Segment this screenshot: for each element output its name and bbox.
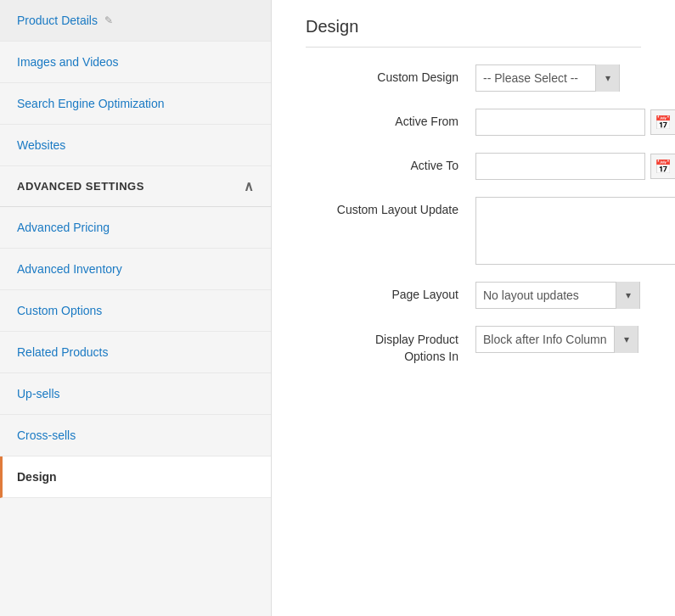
sidebar-item-product-details[interactable]: Product Details ✎	[0, 0, 271, 42]
page-layout-select[interactable]: No layout updates Empty 1 column 2 colum…	[476, 283, 616, 308]
sidebar-item-label: Images and Videos	[17, 55, 119, 69]
sidebar-item-label: Up-sells	[17, 387, 60, 400]
active-to-calendar-btn[interactable]: 📅	[650, 154, 675, 179]
sidebar-item-label: Advanced Inventory	[17, 262, 122, 276]
main-content: Design Custom Design -- Please Select --…	[272, 0, 675, 616]
custom-layout-update-control	[475, 197, 675, 265]
sidebar-item-websites[interactable]: Websites	[0, 125, 271, 166]
custom-design-label: Custom Design	[306, 64, 458, 84]
active-to-row: Active To 📅	[306, 153, 641, 180]
custom-design-control: -- Please Select -- ▾	[475, 64, 641, 92]
chevron-down-icon: ▾	[626, 289, 631, 301]
custom-design-select[interactable]: -- Please Select --	[476, 65, 595, 91]
active-to-input[interactable]	[475, 153, 645, 180]
edit-icon: ✎	[104, 14, 113, 26]
page-layout-control: No layout updates Empty 1 column 2 colum…	[475, 282, 641, 309]
sidebar-item-cross-sells[interactable]: Cross-sells	[0, 415, 271, 456]
sidebar-item-label: Product Details	[17, 14, 98, 27]
sidebar: Product Details ✎ Images and Videos Sear…	[0, 0, 272, 616]
calendar-icon: 📅	[655, 115, 672, 131]
chevron-up-icon: ∧	[244, 178, 255, 194]
page-layout-label: Page Layout	[306, 282, 458, 301]
sidebar-item-custom-options[interactable]: Custom Options	[0, 290, 271, 332]
sidebar-item-label: Design	[17, 470, 57, 484]
chevron-down-icon: ▾	[624, 333, 629, 345]
custom-design-row: Custom Design -- Please Select -- ▾	[306, 64, 641, 92]
active-to-control: 📅	[475, 153, 675, 180]
sidebar-item-seo[interactable]: Search Engine Optimization	[0, 83, 271, 125]
custom-layout-update-row: Custom Layout Update	[306, 197, 641, 265]
active-from-control: 📅	[475, 109, 675, 136]
sidebar-item-advanced-pricing[interactable]: Advanced Pricing	[0, 207, 271, 249]
page-layout-dropdown-btn[interactable]: ▾	[616, 282, 639, 309]
display-product-options-select-wrapper[interactable]: Block after Info Column Tab ▾	[475, 326, 638, 353]
custom-design-dropdown-btn[interactable]: ▾	[595, 64, 619, 92]
advanced-settings-title: ADVANCED SETTINGS	[17, 180, 144, 193]
custom-design-select-wrapper[interactable]: -- Please Select -- ▾	[475, 64, 620, 92]
sidebar-item-label: Custom Options	[17, 304, 102, 317]
page-layout-select-wrapper[interactable]: No layout updates Empty 1 column 2 colum…	[475, 282, 640, 309]
active-from-row: Active From 📅	[306, 109, 641, 136]
sidebar-item-label: Cross-sells	[17, 428, 76, 442]
custom-layout-update-textarea[interactable]	[475, 197, 675, 265]
sidebar-item-up-sells[interactable]: Up-sells	[0, 373, 271, 415]
display-product-options-dropdown-btn[interactable]: ▾	[614, 326, 638, 353]
display-product-options-label: Display ProductOptions In	[306, 326, 458, 365]
sidebar-item-label: Websites	[17, 138, 65, 152]
advanced-settings-header[interactable]: ADVANCED SETTINGS ∧	[0, 166, 271, 207]
page-title: Design	[306, 17, 641, 48]
display-product-options-select[interactable]: Block after Info Column Tab	[476, 327, 614, 352]
custom-layout-update-label: Custom Layout Update	[306, 197, 458, 216]
sidebar-item-label: Advanced Pricing	[17, 221, 110, 234]
calendar-icon: 📅	[655, 159, 672, 175]
sidebar-item-advanced-inventory[interactable]: Advanced Inventory	[0, 249, 271, 290]
sidebar-item-images-videos[interactable]: Images and Videos	[0, 42, 271, 83]
page-layout-row: Page Layout No layout updates Empty 1 co…	[306, 282, 641, 309]
display-product-options-row: Display ProductOptions In Block after In…	[306, 326, 641, 365]
active-to-label: Active To	[306, 153, 458, 172]
active-from-input[interactable]	[475, 109, 645, 136]
sidebar-item-label: Search Engine Optimization	[17, 97, 165, 110]
chevron-down-icon: ▾	[605, 72, 610, 84]
sidebar-item-related-products[interactable]: Related Products	[0, 332, 271, 373]
design-form: Custom Design -- Please Select -- ▾ Acti…	[306, 64, 641, 365]
sidebar-item-label: Related Products	[17, 345, 108, 359]
active-from-label: Active From	[306, 109, 458, 128]
sidebar-item-design[interactable]: Design	[0, 456, 271, 498]
display-product-options-control: Block after Info Column Tab ▾	[475, 326, 641, 353]
active-from-calendar-btn[interactable]: 📅	[650, 109, 675, 135]
